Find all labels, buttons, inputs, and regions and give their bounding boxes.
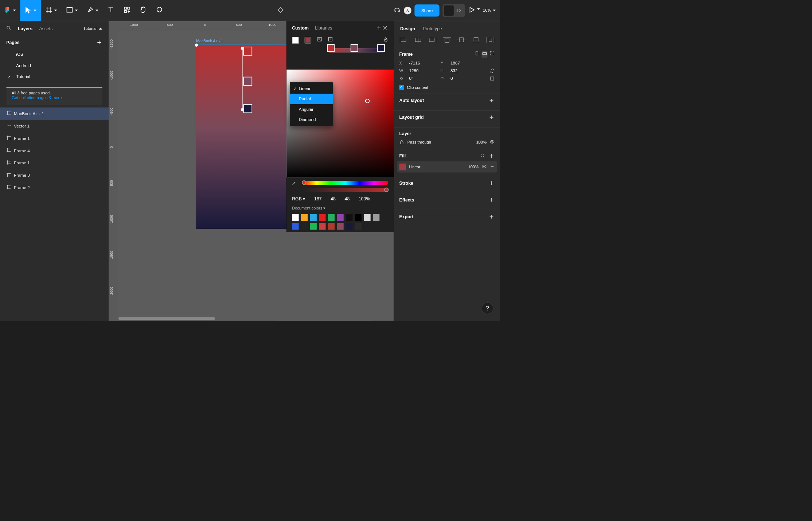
alpha-handle[interactable] bbox=[384, 188, 389, 192]
color-r-input[interactable]: 187 bbox=[314, 196, 322, 201]
layer-item[interactable]: MacBook Air - 1 bbox=[0, 107, 109, 120]
swatch[interactable] bbox=[310, 223, 316, 230]
add-layout-grid-button[interactable] bbox=[488, 114, 495, 120]
page-item[interactable]: Tutorial bbox=[0, 71, 109, 82]
comment-tool-button[interactable] bbox=[151, 0, 167, 21]
color-field-handle[interactable] bbox=[365, 99, 370, 103]
frame-tool-button[interactable] bbox=[41, 0, 62, 21]
swatch[interactable] bbox=[346, 214, 352, 220]
frame-label[interactable]: MacBook Air - 1 bbox=[196, 39, 223, 43]
hue-handle[interactable] bbox=[302, 180, 306, 185]
add-export-button[interactable] bbox=[488, 214, 495, 220]
swatch[interactable] bbox=[301, 223, 308, 230]
visibility-eye-icon[interactable] bbox=[482, 164, 487, 170]
page-item[interactable]: Android bbox=[0, 60, 109, 71]
dev-mode-toggle[interactable] bbox=[442, 4, 465, 17]
page-selector[interactable]: Tutorial bbox=[83, 26, 102, 31]
x-input[interactable]: -7116 bbox=[409, 61, 432, 66]
color-mode-select[interactable]: RGB ▾ bbox=[292, 196, 305, 201]
visibility-eye-icon[interactable] bbox=[490, 139, 495, 145]
tab-assets[interactable]: Assets bbox=[39, 26, 52, 31]
swatch[interactable] bbox=[319, 214, 325, 220]
canvas-scrollbar-horizontal[interactable] bbox=[118, 317, 215, 320]
color-g-input[interactable]: 48 bbox=[331, 196, 336, 201]
portrait-orientation-icon[interactable] bbox=[475, 51, 480, 58]
layer-item[interactable]: Frame 1 bbox=[0, 132, 109, 145]
fill-type-label[interactable]: Linear bbox=[409, 165, 421, 169]
upgrade-link[interactable]: Get unlimited pages & more bbox=[12, 95, 62, 100]
layer-item[interactable]: Vector 1 bbox=[0, 120, 109, 132]
fill-video-icon[interactable] bbox=[328, 37, 333, 43]
layer-item[interactable]: Frame 1 bbox=[0, 157, 109, 169]
move-tool-button[interactable] bbox=[20, 0, 41, 21]
gradient-stop-2[interactable] bbox=[351, 44, 358, 52]
color-a-input[interactable]: 100% bbox=[359, 196, 370, 201]
add-stroke-button[interactable] bbox=[488, 180, 495, 186]
swatch[interactable] bbox=[355, 214, 362, 220]
chevron-down-icon[interactable] bbox=[383, 37, 389, 43]
swatch[interactable] bbox=[301, 214, 308, 220]
present-button[interactable] bbox=[468, 6, 480, 15]
pen-tool-button[interactable] bbox=[82, 0, 103, 21]
fill-solid-button[interactable] bbox=[292, 37, 298, 43]
eyedropper-icon[interactable] bbox=[292, 181, 297, 187]
text-tool-button[interactable] bbox=[103, 0, 119, 21]
align-left-icon[interactable] bbox=[399, 37, 408, 44]
resize-to-fit-icon[interactable] bbox=[490, 51, 495, 58]
distribute-icon[interactable] bbox=[486, 37, 495, 44]
headphones-icon[interactable] bbox=[394, 6, 401, 15]
fill-gradient-button[interactable] bbox=[305, 37, 311, 43]
main-menu-button[interactable] bbox=[0, 0, 20, 21]
tab-libraries[interactable]: Libraries bbox=[315, 25, 332, 30]
add-fill-button[interactable] bbox=[488, 153, 495, 159]
help-button[interactable]: ? bbox=[482, 302, 493, 314]
blend-drop-icon[interactable] bbox=[399, 139, 405, 145]
fill-image-icon[interactable] bbox=[317, 37, 322, 43]
close-color-panel-button[interactable] bbox=[382, 25, 388, 31]
fill-styles-icon[interactable] bbox=[480, 153, 485, 159]
page-item[interactable]: iOS bbox=[0, 49, 109, 60]
hand-tool-button[interactable] bbox=[135, 0, 151, 21]
layer-item[interactable]: Frame 3 bbox=[0, 169, 109, 181]
add-auto-layout-button[interactable] bbox=[488, 97, 495, 103]
rotation-input[interactable]: 0° bbox=[409, 76, 432, 81]
radius-input[interactable]: 0 bbox=[450, 76, 473, 81]
tab-prototype[interactable]: Prototype bbox=[423, 26, 442, 31]
y-input[interactable]: 1867 bbox=[450, 61, 473, 66]
gradient-stop-1[interactable] bbox=[327, 44, 335, 52]
fill-opacity-input[interactable]: 100% bbox=[468, 165, 479, 169]
layer-item[interactable]: Frame 4 bbox=[0, 145, 109, 157]
add-page-button[interactable] bbox=[96, 39, 102, 46]
create-style-button[interactable] bbox=[376, 25, 382, 31]
blend-mode-select[interactable]: Pass through bbox=[407, 140, 431, 145]
align-right-icon[interactable] bbox=[428, 37, 437, 44]
width-input[interactable]: 1280 bbox=[409, 68, 432, 74]
swatch[interactable] bbox=[292, 214, 298, 220]
search-icon[interactable] bbox=[6, 26, 11, 32]
alpha-slider[interactable] bbox=[302, 188, 388, 192]
gradient-type-radial[interactable]: Radial bbox=[290, 94, 333, 104]
add-effect-button[interactable] bbox=[488, 197, 495, 203]
remove-fill-button[interactable] bbox=[490, 164, 495, 170]
align-center-v-icon[interactable] bbox=[457, 37, 465, 44]
hue-slider[interactable] bbox=[302, 181, 388, 185]
shape-tool-button[interactable] bbox=[62, 0, 82, 21]
swatch[interactable] bbox=[319, 223, 325, 230]
swatch[interactable] bbox=[337, 214, 343, 220]
fill-swatch[interactable] bbox=[399, 164, 406, 170]
diamond-sparkle-icon[interactable] bbox=[277, 6, 284, 15]
gradient-stop-3[interactable] bbox=[377, 44, 385, 52]
swatch[interactable] bbox=[337, 223, 343, 230]
tab-design[interactable]: Design bbox=[400, 26, 415, 31]
gradient-stop-3[interactable] bbox=[243, 104, 253, 113]
tab-layers[interactable]: Layers bbox=[18, 26, 32, 31]
swatch[interactable] bbox=[310, 214, 316, 220]
gradient-axis[interactable] bbox=[242, 48, 242, 111]
clip-content-checkbox[interactable]: Clip content bbox=[399, 85, 495, 90]
gradient-type-linear[interactable]: Linear bbox=[290, 83, 333, 94]
doc-colors-heading[interactable]: Document colors bbox=[292, 206, 322, 210]
share-button[interactable]: Share bbox=[415, 4, 440, 16]
gradient-type-angular[interactable]: Angular bbox=[290, 104, 333, 114]
align-center-h-icon[interactable] bbox=[414, 37, 422, 44]
gradient-type-dropdown[interactable]: Linear Radial Angular Diamond bbox=[290, 82, 333, 126]
